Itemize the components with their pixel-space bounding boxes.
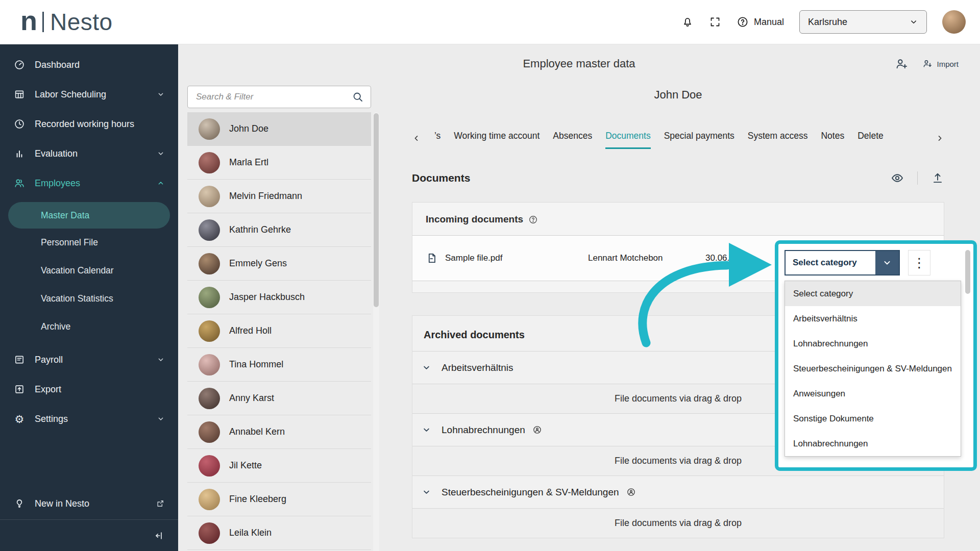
chevron-down-icon xyxy=(157,356,165,364)
employee-name: John Doe xyxy=(229,123,268,134)
sidebar-item-settings[interactable]: ⚙ Settings xyxy=(0,404,178,434)
search-icon[interactable] xyxy=(352,91,364,103)
list-scrollbar xyxy=(373,112,379,551)
scrollbar-thumb[interactable] xyxy=(965,250,970,294)
chevron-up-icon xyxy=(157,179,165,187)
sidebar-item-personnel-file[interactable]: Personnel File xyxy=(0,229,178,257)
dropdown-option[interactable]: Lohnabrechnungen xyxy=(785,431,961,456)
tab-special-payments[interactable]: Special payments xyxy=(664,131,734,149)
list-item-employee[interactable]: Alfred Holl xyxy=(187,314,371,348)
dropdown-option[interactable]: Select category xyxy=(785,281,961,306)
collapse-sidebar-icon[interactable] xyxy=(153,530,165,541)
location-value: Karlsruhe xyxy=(808,17,847,28)
employee-name: Emmely Gens xyxy=(229,258,287,269)
tab-notes[interactable]: Notes xyxy=(821,131,844,149)
employee-name: Jil Kette xyxy=(229,460,262,471)
chevron-down-icon[interactable] xyxy=(875,251,899,274)
sidebar-item-master-data[interactable]: Master Data xyxy=(8,202,170,229)
list-item-employee[interactable]: Annabel Kern xyxy=(187,415,371,449)
dropdown-option[interactable]: Sonstige Dokumente xyxy=(785,406,961,431)
chevron-down-icon xyxy=(909,17,918,27)
chevron-down-icon xyxy=(157,149,165,158)
tab-working-time-account[interactable]: Working time account xyxy=(454,131,540,149)
sidebar-item-evaluation[interactable]: Evaluation xyxy=(0,139,178,168)
sidebar-item-vacation-statistics[interactable]: Vacation Statistics xyxy=(0,285,178,313)
sidebar-item-archive[interactable]: Archive xyxy=(0,313,178,341)
sidebar-item-new-in-nesto[interactable]: New in Nesto xyxy=(0,488,178,519)
section-title: Documents xyxy=(412,172,470,184)
select-category-dropdown[interactable]: Select category xyxy=(785,250,900,276)
sidebar-item-labor-scheduling[interactable]: Labor Scheduling xyxy=(0,80,178,109)
fullscreen-button[interactable] xyxy=(709,16,721,28)
list-item-employee[interactable]: Jil Kette xyxy=(187,449,371,483)
employee-detail-title: John Doe xyxy=(412,84,944,106)
scrollbar-thumb[interactable] xyxy=(374,113,379,307)
restricted-access-icon xyxy=(626,487,636,497)
tab-system-access[interactable]: System access xyxy=(748,131,808,149)
avatar xyxy=(199,186,220,207)
category-dropdown-row: Select category ⋮ xyxy=(778,244,973,280)
user-avatar[interactable] xyxy=(942,10,966,34)
list-item-employee[interactable]: Leila Klein xyxy=(187,516,371,550)
archived-group-name: Steuerbescheinigungen & SV-Meldungen xyxy=(442,487,619,498)
lightbulb-icon xyxy=(13,498,26,509)
sidebar-item-employees[interactable]: Employees xyxy=(0,168,178,198)
dropzone[interactable]: File documents via drag & drop xyxy=(412,508,944,538)
dropdown-option[interactable]: Anweisungen xyxy=(785,381,961,406)
incoming-documents-title: Incoming documents xyxy=(426,214,523,225)
notifications-button[interactable] xyxy=(681,16,694,28)
sidebar-subitem-label: Vacation Statistics xyxy=(41,293,113,304)
list-item-employee[interactable]: Marla Ertl xyxy=(187,146,371,180)
list-item-employee[interactable]: Anny Karst xyxy=(187,382,371,415)
upload-icon[interactable] xyxy=(931,171,944,185)
tab-delete[interactable]: Delete xyxy=(857,131,884,149)
tab-absences[interactable]: Absences xyxy=(553,131,592,149)
list-item-employee[interactable]: Emmely Gens xyxy=(187,247,371,281)
logo-mark: n xyxy=(20,7,37,34)
archived-group-steuerbescheinigungen[interactable]: Steuerbescheinigungen & SV-Meldungen xyxy=(412,475,944,508)
tabs-scroll-left-icon[interactable] xyxy=(412,134,421,149)
add-employee-button[interactable] xyxy=(895,57,908,70)
manual-link[interactable]: Manual xyxy=(737,16,784,28)
list-item-employee[interactable]: Jasper Hackbusch xyxy=(187,281,371,314)
employee-name: Marla Ertl xyxy=(229,157,268,168)
bar-chart-icon xyxy=(13,148,26,159)
payroll-ledger-icon xyxy=(13,354,26,365)
sidebar-item-export[interactable]: Export xyxy=(0,374,178,404)
list-item-employee[interactable]: John Doe xyxy=(187,112,371,146)
import-button[interactable]: Import xyxy=(922,59,959,69)
preview-eye-icon[interactable] xyxy=(891,171,904,185)
schedule-grid-icon xyxy=(13,89,26,100)
list-item-employee[interactable]: Kathrin Gehrke xyxy=(187,213,371,247)
search-input[interactable] xyxy=(187,86,371,108)
sidebar-item-vacation-calendar[interactable]: Vacation Calendar xyxy=(0,257,178,285)
tabs-scroll-right-icon[interactable] xyxy=(935,134,944,149)
sidebar-item-payroll[interactable]: Payroll xyxy=(0,345,178,374)
sidebar-item-label: Labor Scheduling xyxy=(35,89,106,100)
sidebar-item-recorded-working-hours[interactable]: Recorded working hours xyxy=(0,109,178,139)
more-options-button[interactable]: ⋮ xyxy=(908,250,930,276)
list-item-employee[interactable]: Fine Kleeberg xyxy=(187,483,371,516)
avatar xyxy=(199,388,220,409)
dropdown-option[interactable]: Lohnabrechnungen xyxy=(785,331,961,356)
kebab-icon: ⋮ xyxy=(913,255,926,271)
dropdown-option[interactable]: Arbeitsverhältnis xyxy=(785,306,961,331)
nesto-logo[interactable]: n Nesto xyxy=(20,8,113,36)
detail-tabs: ’s Working time account Absences Documen… xyxy=(412,123,944,149)
tab-documents[interactable]: Documents xyxy=(605,131,651,149)
sidebar-item-dashboard[interactable]: Dashboard xyxy=(0,50,178,80)
dropdown-option[interactable]: Steuerbescheinigungen & SV-Meldungen xyxy=(785,356,961,381)
chevron-down-icon[interactable] xyxy=(422,363,431,372)
avatar xyxy=(199,455,220,477)
header-actions: Import xyxy=(895,44,959,84)
tab-truncated[interactable]: ’s xyxy=(434,131,440,149)
sidebar-subitem-label: Personnel File xyxy=(41,237,98,248)
list-item-employee[interactable]: Tina Hommel xyxy=(187,348,371,382)
tutorial-highlight-box: Select category ⋮ Select category Arbeit… xyxy=(775,240,977,471)
documents-actions xyxy=(891,171,944,185)
list-item-employee[interactable]: Melvin Friedmann xyxy=(187,180,371,213)
help-circle-icon[interactable] xyxy=(528,215,538,224)
location-selector[interactable]: Karlsruhe xyxy=(799,10,927,34)
chevron-down-icon[interactable] xyxy=(422,425,431,435)
chevron-down-icon[interactable] xyxy=(422,487,431,497)
